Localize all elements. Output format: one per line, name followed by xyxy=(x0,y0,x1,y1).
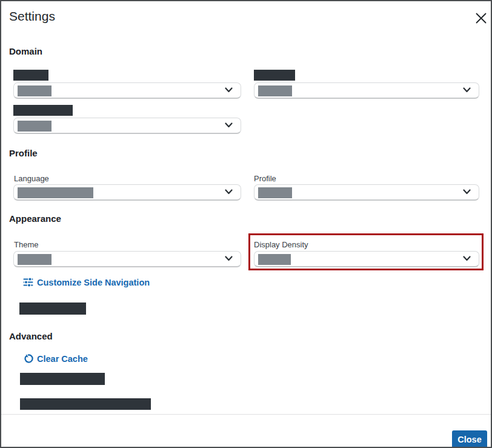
redacted-advanced-button-1[interactable] xyxy=(20,373,105,385)
display-density-label: Display Density xyxy=(254,240,308,249)
theme-label: Theme xyxy=(14,240,38,249)
customize-side-navigation-link[interactable]: Customize Side Navigation xyxy=(23,277,150,287)
redacted-domain-label-1 xyxy=(13,70,48,81)
domain-select-2[interactable] xyxy=(254,82,479,99)
chevron-down-icon xyxy=(463,256,471,261)
close-dialog-button[interactable] xyxy=(471,8,491,28)
close-button[interactable]: Close xyxy=(452,430,487,448)
profile-label: Profile xyxy=(254,174,276,183)
redacted-select-value xyxy=(258,187,292,198)
chevron-down-icon xyxy=(225,122,233,128)
chevron-down-icon xyxy=(463,87,471,93)
redacted-appearance-button[interactable] xyxy=(19,303,86,315)
section-title-profile: Profile xyxy=(9,148,38,158)
footer-divider xyxy=(1,414,491,415)
section-title-appearance: Appearance xyxy=(9,213,61,224)
settings-dialog: Settings Domain Profile Language Pr xyxy=(0,0,492,448)
theme-select[interactable] xyxy=(13,251,241,267)
domain-select-1[interactable] xyxy=(13,82,241,99)
clear-cache-link[interactable]: Clear Cache xyxy=(23,353,88,364)
redacted-select-value xyxy=(18,85,52,96)
section-title-domain: Domain xyxy=(9,46,42,56)
display-density-select[interactable] xyxy=(254,251,479,267)
chevron-down-icon xyxy=(225,256,233,261)
domain-select-3[interactable] xyxy=(13,118,241,134)
close-button-label: Close xyxy=(457,435,482,444)
redacted-advanced-button-2[interactable] xyxy=(20,398,151,410)
chevron-down-icon xyxy=(225,87,233,93)
sliders-icon xyxy=(23,277,33,287)
section-title-advanced: Advanced xyxy=(9,331,53,341)
chevron-down-icon xyxy=(463,189,471,195)
language-label: Language xyxy=(14,174,49,183)
clear-cache-label: Clear Cache xyxy=(37,354,88,364)
redacted-select-value xyxy=(258,85,292,96)
redacted-select-value xyxy=(18,254,52,265)
customize-side-navigation-label: Customize Side Navigation xyxy=(37,278,150,287)
close-icon xyxy=(475,12,487,24)
redacted-select-value xyxy=(18,121,52,132)
redacted-domain-label-2 xyxy=(254,70,295,81)
chevron-down-icon xyxy=(225,189,233,195)
profile-select[interactable] xyxy=(254,184,479,201)
redacted-select-value xyxy=(18,187,93,198)
language-select[interactable] xyxy=(13,184,241,201)
page-title: Settings xyxy=(9,9,55,24)
redacted-domain-label-3 xyxy=(13,105,73,116)
refresh-icon xyxy=(23,353,33,364)
redacted-select-value xyxy=(258,254,291,265)
